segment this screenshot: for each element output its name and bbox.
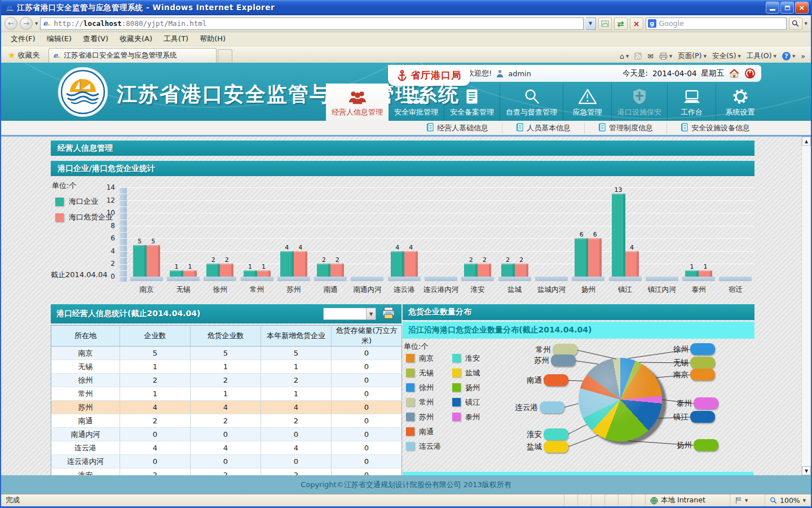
table-cell: 连云港	[51, 441, 120, 455]
menu-item-3[interactable]: 收藏夹(A)	[114, 33, 157, 45]
rss-button[interactable]	[634, 52, 642, 60]
table-row-南通[interactable]: 南通2220	[51, 414, 402, 428]
home-button[interactable]: ⌂ ▼	[620, 52, 629, 60]
nav-item-org[interactable]: 安全审批管理	[389, 84, 444, 121]
protected-mode-button[interactable]: ▼	[730, 494, 765, 506]
forward-button[interactable]: →	[20, 17, 33, 30]
scroll-down-icon[interactable]: ▼	[802, 466, 811, 475]
table-cell: 4	[261, 401, 332, 414]
x-tick-label: 常州	[250, 285, 264, 295]
search-go-button[interactable]	[789, 17, 802, 30]
subnav-item-3[interactable]: 安全设施设备信息	[667, 122, 764, 134]
nav-item-doc[interactable]: 安全备案管理	[444, 84, 500, 121]
table-cell: 0	[332, 455, 402, 468]
menu-item-2[interactable]: 查看(V)	[78, 33, 113, 45]
callout-label: 南通	[527, 375, 542, 386]
menu-item-5[interactable]: 帮助(H)	[195, 33, 231, 45]
nav-item-laptop[interactable]: 工作台	[667, 84, 716, 121]
search-dropdown-icon[interactable]: ▼	[805, 21, 807, 26]
restore-button[interactable]	[780, 2, 794, 14]
close-button[interactable]: ×	[795, 2, 809, 14]
history-dropdown-icon[interactable]: ▼	[35, 21, 38, 26]
back-button[interactable]: ←	[5, 17, 17, 30]
pie-legend-苏州: 苏州	[406, 413, 441, 421]
table-row-南通内河[interactable]: 南通内河0000	[51, 428, 402, 441]
table-row-连云港[interactable]: 连云港4440	[51, 441, 402, 455]
table-row-徐州[interactable]: 徐州2220	[51, 374, 402, 387]
new-tab-button[interactable]	[218, 49, 232, 63]
compatibility-button[interactable]	[598, 17, 612, 30]
zoom-control[interactable]: 100% ▼	[765, 494, 811, 506]
menu-item-0[interactable]: 文件(F)	[6, 33, 41, 45]
stop-button[interactable]: ×	[630, 17, 643, 30]
x-axis-segment	[241, 277, 273, 281]
table-filter-select[interactable]: ▼	[323, 308, 376, 320]
table-row-常州[interactable]: 常州1110	[51, 387, 402, 401]
pie-callout-苏州: 苏州	[551, 354, 576, 366]
table-cell: 2	[191, 414, 261, 428]
tools-menu[interactable]: 工具(O) ▼	[747, 51, 776, 61]
table-cell: 0	[332, 441, 402, 455]
menu-item-4[interactable]: 工具(T)	[158, 33, 193, 45]
nav-item-search[interactable]: 自查与督查管理	[500, 84, 563, 121]
table-row-无锡[interactable]: 无锡1110	[51, 360, 402, 374]
x-axis-segment	[167, 277, 200, 281]
minimize-button[interactable]	[766, 2, 779, 14]
pie-legend-常州: 常州	[406, 398, 441, 406]
logout-button[interactable]	[744, 68, 756, 79]
legend-swatch	[406, 427, 414, 436]
callout-label: 连云港	[515, 402, 539, 413]
scroll-up-icon[interactable]: ▲	[802, 137, 811, 146]
pie-legend-泰州: 泰州	[452, 413, 480, 421]
bar	[612, 194, 625, 277]
page-menu[interactable]: 页面(P) ▼	[678, 51, 707, 61]
legend-swatch	[406, 369, 414, 377]
table-row-连云港内河[interactable]: 连云港内河0000	[51, 455, 402, 468]
table-cell: 0	[120, 428, 191, 441]
column-header: 所在地	[51, 326, 120, 347]
print-button[interactable]: ▼	[659, 52, 672, 60]
table-print-button[interactable]	[381, 306, 396, 322]
subnav-item-2[interactable]: 管理制度信息	[584, 122, 667, 134]
page-title: 经营人信息管理	[51, 141, 754, 156]
nav-item-gear[interactable]: 系统设置	[716, 84, 764, 121]
bar-group-9: 22淮安	[460, 187, 496, 301]
bar	[625, 251, 639, 277]
tab-active[interactable]: e 江苏省港口安全监管与应急管理系统	[48, 48, 217, 63]
table-cell: 2	[191, 374, 261, 387]
table-cell: 2	[261, 414, 332, 428]
chevron-more-icon[interactable]: »	[801, 52, 805, 60]
legend-swatch	[452, 383, 461, 392]
home-shortcut-button[interactable]	[729, 68, 740, 78]
legend-swatch	[452, 369, 461, 377]
bar	[257, 270, 271, 277]
favorites-button[interactable]: ★ 收藏夹	[3, 48, 44, 63]
table-cell: 2	[261, 468, 332, 476]
table-row-南京[interactable]: 南京5550	[51, 347, 402, 360]
search-box[interactable]: g Google	[646, 17, 787, 30]
refresh-button[interactable]: ⇄	[614, 17, 628, 30]
table-row-苏州[interactable]: 苏州4440	[51, 401, 402, 414]
x-tick-label: 盐城内河	[537, 285, 566, 295]
subnav-item-1[interactable]: 人员基本信息	[502, 122, 584, 134]
bureau-name: 省厅港口局	[411, 69, 461, 82]
table-cell: 南京	[51, 347, 120, 360]
address-input[interactable]: e http://localhost:8080/yjpt/Main.html	[40, 17, 583, 30]
mail-button[interactable]: ✉	[647, 52, 653, 60]
address-bar: ← → ▼ e http://localhost:8080/yjpt/Main.…	[1, 15, 811, 32]
x-tick-label: 盐城	[508, 285, 522, 295]
callout-label: 镇江	[673, 412, 689, 422]
help-button[interactable]: ? ▼	[782, 52, 795, 60]
address-dropdown-button[interactable]: ▼	[586, 17, 596, 30]
page-icon: e	[43, 20, 51, 27]
menu-item-1[interactable]: 编辑(E)	[42, 33, 77, 45]
vertical-scrollbar[interactable]: ▲ ▼	[801, 137, 811, 475]
nav-item-shield[interactable]: 港口设施保安	[611, 84, 667, 121]
subnav-item-0[interactable]: 经营人基础信息	[413, 122, 502, 134]
nav-item-label: 系统设置	[726, 107, 755, 117]
nav-item-warning[interactable]: 应急管理	[563, 84, 611, 121]
table-row-淮安[interactable]: 淮安2220	[51, 468, 402, 476]
nav-item-users[interactable]: 经营人信息管理	[326, 84, 389, 121]
security-menu[interactable]: 安全(S) ▼	[712, 51, 741, 61]
shield-icon	[632, 86, 647, 105]
